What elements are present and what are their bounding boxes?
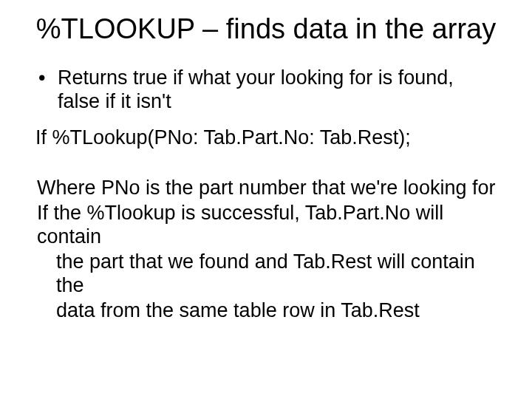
- bullet-item: Returns true if what your looking for is…: [37, 66, 502, 114]
- para-if-line3: data from the same table row in Tab.Rest: [30, 299, 502, 323]
- bullet-text-line1: Returns true if what your looking for is…: [58, 66, 454, 89]
- slide-body: Returns true if what your looking for is…: [30, 66, 502, 323]
- bullet-text-line2: false if it isn't: [58, 90, 171, 112]
- slide-title: %TLOOKUP – finds data in the array: [30, 13, 502, 46]
- para-if-line2: the part that we found and Tab.Rest will…: [30, 250, 502, 298]
- para-if-line1: If the %Tlookup is successful, Tab.Part.…: [30, 202, 502, 249]
- code-line: If %TLookup(PNo: Tab.Part.No: Tab.Rest);: [30, 126, 502, 150]
- para-where: Where PNo is the part number that we're …: [30, 177, 502, 200]
- bullet-list: Returns true if what your looking for is…: [30, 66, 502, 114]
- slide: %TLOOKUP – finds data in the array Retur…: [0, 0, 532, 399]
- spacer: [30, 151, 502, 177]
